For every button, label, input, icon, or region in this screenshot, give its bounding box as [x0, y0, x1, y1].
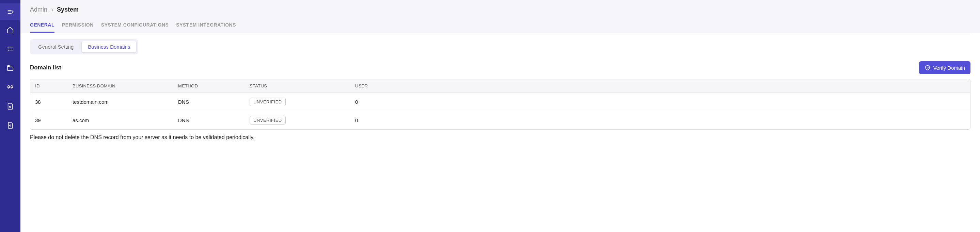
col-domain: BUSINESS DOMAIN [68, 79, 173, 93]
sidebar-item-settings-file[interactable] [0, 97, 21, 116]
status-badge: UNVERIFIED [250, 98, 286, 106]
cell-domain: as.com [68, 111, 173, 129]
sidebar-item-home[interactable] [0, 21, 21, 40]
col-user: USER [350, 79, 970, 93]
shield-check-icon [924, 65, 931, 71]
svg-rect-0 [8, 86, 10, 88]
sidebar [0, 0, 21, 232]
cell-user: 0 [350, 111, 970, 129]
cell-status: UNVERIFIED [245, 111, 350, 129]
col-id: ID [30, 79, 68, 93]
table-row[interactable]: 39 as.com DNS UNVERIFIED 0 [30, 111, 970, 129]
footer-note: Please do not delete the DNS record from… [30, 134, 970, 140]
sidebar-item-folders[interactable] [0, 59, 21, 78]
doc-icon [6, 121, 14, 129]
list-icon [6, 45, 14, 53]
pill-business-domains[interactable]: Business Domains [81, 41, 137, 53]
col-status: STATUS [245, 79, 350, 93]
subtabs: General Setting Business Domains [30, 39, 138, 54]
tab-permission[interactable]: PERMISSION [62, 19, 94, 33]
sidebar-toggle[interactable] [0, 3, 21, 21]
cell-method: DNS [173, 93, 245, 111]
folder-icon [6, 64, 14, 72]
cell-domain: testdomain.com [68, 93, 173, 111]
file-gear-icon [6, 102, 14, 110]
sidebar-item-tasks[interactable] [0, 40, 21, 59]
main: Admin › System GENERAL PERMISSION SYSTEM… [21, 0, 980, 232]
header: Admin › System GENERAL PERMISSION SYSTEM… [21, 0, 980, 33]
svg-rect-1 [11, 86, 13, 88]
breadcrumb: Admin › System [30, 6, 970, 13]
cell-status: UNVERIFIED [245, 93, 350, 111]
expand-icon [6, 8, 14, 16]
breadcrumb-current: System [57, 6, 79, 13]
table-row[interactable]: 38 testdomain.com DNS UNVERIFIED 0 [30, 93, 970, 111]
module-icon [6, 83, 14, 91]
cell-id: 39 [30, 111, 68, 129]
svg-point-3 [10, 125, 11, 126]
content: General Setting Business Domains Domain … [21, 33, 980, 232]
tabs: GENERAL PERMISSION SYSTEM CONFIGURATIONS… [30, 19, 970, 33]
cell-method: DNS [173, 111, 245, 129]
tab-general[interactable]: GENERAL [30, 19, 54, 33]
list-header: Domain list Verify Domain [30, 61, 970, 74]
home-icon [6, 26, 14, 34]
breadcrumb-separator: › [51, 6, 53, 13]
tab-integrations[interactable]: SYSTEM INTEGRATIONS [176, 19, 236, 33]
domain-table: ID BUSINESS DOMAIN METHOD STATUS USER 38… [30, 79, 970, 130]
verify-domain-button[interactable]: Verify Domain [919, 61, 970, 74]
cell-id: 38 [30, 93, 68, 111]
table-header-row: ID BUSINESS DOMAIN METHOD STATUS USER [30, 79, 970, 93]
cell-user: 0 [350, 93, 970, 111]
verify-domain-label: Verify Domain [933, 65, 965, 71]
sidebar-item-doc[interactable] [0, 116, 21, 135]
pill-general-setting[interactable]: General Setting [32, 41, 80, 53]
list-title: Domain list [30, 64, 61, 71]
sidebar-item-modules[interactable] [0, 78, 21, 97]
col-method: METHOD [173, 79, 245, 93]
tab-configurations[interactable]: SYSTEM CONFIGURATIONS [101, 19, 169, 33]
status-badge: UNVERIFIED [250, 116, 286, 124]
breadcrumb-parent[interactable]: Admin [30, 6, 47, 13]
